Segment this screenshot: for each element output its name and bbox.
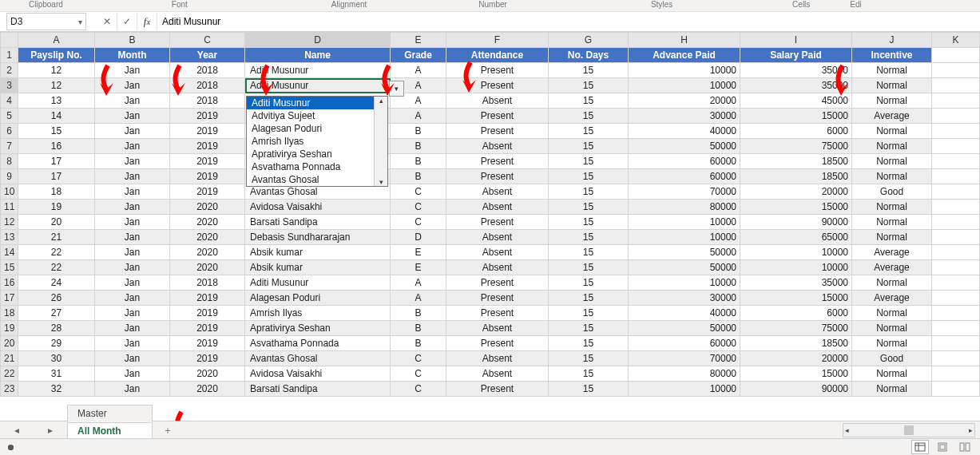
cell[interactable]: B <box>391 139 446 154</box>
cell[interactable] <box>932 260 980 275</box>
cell[interactable]: 65000 <box>740 230 852 245</box>
cell[interactable]: Jan <box>95 215 170 230</box>
cell[interactable]: Jan <box>95 366 170 382</box>
cell[interactable]: 15000 <box>740 291 852 306</box>
cell[interactable]: 22 <box>18 260 95 275</box>
cell[interactable]: Absent <box>446 93 549 109</box>
new-sheet-button[interactable]: ＋ <box>158 421 177 440</box>
cell[interactable] <box>932 169 980 184</box>
cell[interactable]: A <box>391 291 446 306</box>
cell[interactable]: 35000 <box>740 78 852 93</box>
column-header-F[interactable]: F <box>446 33 549 48</box>
chevron-down-icon[interactable]: ▾ <box>78 18 82 26</box>
cell[interactable]: Absik kumar <box>245 245 391 260</box>
cell[interactable]: 40000 <box>629 124 740 139</box>
cell[interactable]: 15 <box>18 124 95 139</box>
column-header-I[interactable]: I <box>740 33 852 48</box>
cell[interactable]: 2019 <box>170 169 245 184</box>
column-header-K[interactable]: K <box>932 33 980 48</box>
cell[interactable] <box>932 306 980 321</box>
cell[interactable]: 50000 <box>629 321 740 336</box>
cell[interactable]: 2020 <box>170 366 245 382</box>
cell[interactable]: E <box>391 260 446 275</box>
cell[interactable]: Jan <box>95 306 170 321</box>
column-header-J[interactable]: J <box>852 33 932 48</box>
cell[interactable]: 6000 <box>740 124 852 139</box>
row-header[interactable]: 5 <box>1 109 18 124</box>
cell[interactable]: Jan <box>95 275 170 291</box>
row-header[interactable]: 19 <box>1 321 18 336</box>
cell[interactable]: Avidosa Vaisakhi <box>245 200 391 215</box>
cell[interactable]: 30000 <box>629 109 740 124</box>
cell[interactable]: 2019 <box>170 124 245 139</box>
cell[interactable]: 15 <box>549 215 629 230</box>
cell[interactable]: 15 <box>549 336 629 351</box>
cell[interactable]: 26 <box>18 291 95 306</box>
cell[interactable]: 20 <box>18 215 95 230</box>
cell[interactable]: 17 <box>18 169 95 184</box>
cell[interactable]: 28 <box>18 321 95 336</box>
cell[interactable]: 15 <box>549 351 629 366</box>
cell[interactable]: Jan <box>95 321 170 336</box>
cell[interactable]: 70000 <box>629 184 740 200</box>
worksheet-grid[interactable]: ABCDEFGHIJK 1Payslip No.MonthYearNameGra… <box>0 32 980 425</box>
cell[interactable] <box>932 382 980 397</box>
cell[interactable]: Jan <box>95 200 170 215</box>
insert-function-button[interactable]: fx <box>137 13 157 30</box>
cell[interactable]: B <box>391 124 446 139</box>
cell[interactable]: 2020 <box>170 230 245 245</box>
cell[interactable]: 15 <box>549 366 629 382</box>
cell[interactable]: B <box>391 154 446 169</box>
cancel-formula-button[interactable]: ✕ <box>97 13 117 30</box>
cell[interactable] <box>932 154 980 169</box>
cell[interactable] <box>932 215 980 230</box>
sheet-nav-last-icon[interactable]: ▸ <box>48 425 53 436</box>
cell[interactable]: 2020 <box>170 260 245 275</box>
cell[interactable]: Jan <box>95 93 170 109</box>
cell[interactable]: 16 <box>18 139 95 154</box>
cell[interactable] <box>932 366 980 382</box>
cell[interactable]: Absent <box>446 245 549 260</box>
name-box[interactable]: D3 ▾ <box>6 13 86 30</box>
cell[interactable]: 21 <box>18 230 95 245</box>
cell[interactable]: Jan <box>95 78 170 93</box>
row-header[interactable]: 9 <box>1 169 18 184</box>
cell[interactable]: Present <box>446 275 549 291</box>
cell[interactable]: C <box>391 366 446 382</box>
table-header-cell[interactable]: Salary Paid <box>740 48 852 63</box>
cell[interactable]: Normal <box>852 306 932 321</box>
cell[interactable]: 2019 <box>170 184 245 200</box>
cell[interactable]: A <box>391 275 446 291</box>
row-header[interactable]: 2 <box>1 63 18 78</box>
cell[interactable]: 31 <box>18 366 95 382</box>
cell[interactable] <box>932 351 980 366</box>
cell[interactable]: Jan <box>95 154 170 169</box>
cell[interactable]: D <box>391 230 446 245</box>
cell[interactable]: 13 <box>18 93 95 109</box>
cell[interactable]: 2018 <box>170 78 245 93</box>
cell[interactable]: 10000 <box>629 275 740 291</box>
row-header[interactable]: 21 <box>1 351 18 366</box>
horizontal-scrollbar[interactable]: ◂ ▸ <box>843 423 975 437</box>
cell[interactable] <box>932 48 980 63</box>
cell[interactable]: Present <box>446 306 549 321</box>
cell[interactable]: Normal <box>852 336 932 351</box>
cell[interactable]: Jan <box>95 169 170 184</box>
cell[interactable]: Absent <box>446 366 549 382</box>
cell[interactable]: Normal <box>852 366 932 382</box>
cell[interactable]: E <box>391 245 446 260</box>
cell[interactable] <box>932 291 980 306</box>
row-header[interactable]: 7 <box>1 139 18 154</box>
table-header-cell[interactable]: Year <box>170 48 245 63</box>
cell[interactable]: 2018 <box>170 63 245 78</box>
cell[interactable]: 15 <box>549 93 629 109</box>
cell[interactable]: Average <box>852 109 932 124</box>
cell[interactable]: 60000 <box>629 154 740 169</box>
cell[interactable]: A <box>391 109 446 124</box>
cell[interactable]: 22 <box>18 245 95 260</box>
cell[interactable]: 30000 <box>629 291 740 306</box>
cell[interactable] <box>932 230 980 245</box>
cell[interactable]: Barsati Sandipa <box>245 382 391 397</box>
cell[interactable]: 30 <box>18 351 95 366</box>
page-layout-view-button[interactable] <box>934 440 951 454</box>
